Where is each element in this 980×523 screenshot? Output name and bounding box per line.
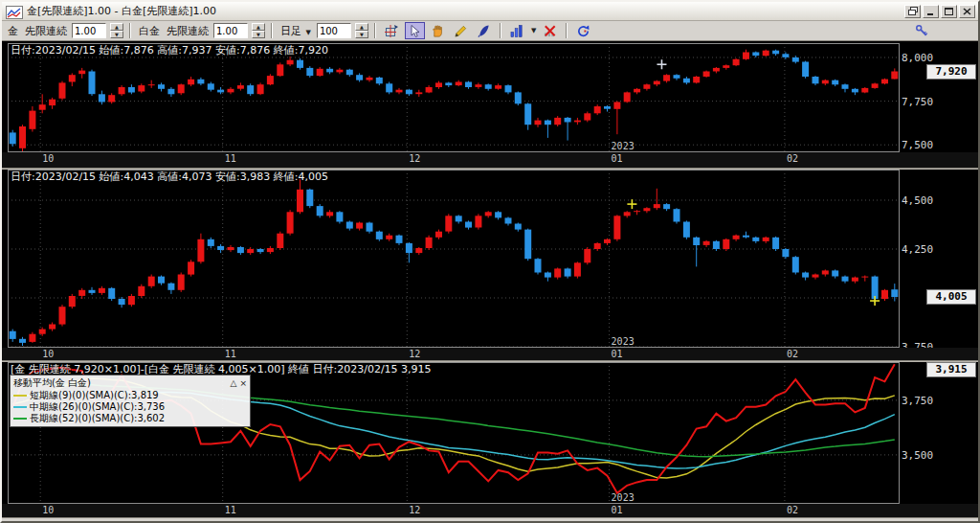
legend-item: 長期線(52)(0)(SMA)(C):3,602 [13,413,247,424]
chart-region: 2023 日付:2023/02/15 始値:7,876 高値:7,937 安値:… [2,41,978,517]
toolbar-separator [374,23,376,38]
gold-last-price-badge: 7,920 [926,64,976,80]
title-bar: 金[先限連続]1.00 - 白金[先限連続]1.00 [2,2,978,21]
close-button[interactable] [959,5,975,18]
settings-wrench-button[interactable] [912,22,932,39]
month-label: 01 [612,349,623,359]
axis-tick-label: 3,750 [902,395,933,407]
axis-tick-label: 3,500 [902,449,933,462]
legend-line-swatch [13,418,27,420]
app-chart-icon [6,5,23,18]
month-label: 01 [612,505,623,515]
platinum-ohlc-header: 日付:2023/02/15 始値:4,043 高値:4,073 安値:3,983… [11,170,328,184]
platinum-price-axis: 4,5004,2503,7504,005 [900,170,976,348]
axis-tick-label: 7,750 [902,96,933,108]
toolbar-separator [271,23,273,38]
month-label: 11 [225,505,236,515]
month-label: 12 [409,153,420,164]
axis-tick-label: 4,500 [902,194,933,207]
platinum-ratio-spinner[interactable]: ▲▼ [252,23,265,38]
spread-last-price-badge: 3,915 [926,362,976,377]
gold-ratio-spinner[interactable]: ▲▼ [110,23,123,38]
month-label: 02 [787,153,798,164]
window-title: 金[先限連続]1.00 - 白金[先限連続]1.00 [27,4,904,18]
legend-line-swatch [13,406,27,408]
platinum-last-price-badge: 4,005 [926,289,976,305]
platinum-time-axis: 1011120102 [2,348,978,360]
gold-ohlc-header: 日付:2023/02/15 始値:7,876 高値:7,937 安値:7,876… [11,43,328,57]
chart-window: 金[先限連続]1.00 - 白金[先限連続]1.00 金 先限連続 ▲▼ [0,0,980,523]
bar-count-spinner[interactable]: ▲▼ [355,23,368,38]
month-label: 02 [787,349,798,359]
gold-symbol-label: 金 [8,24,18,38]
legend-line-swatch [13,395,27,397]
axis-tick-label: 4,250 [902,243,933,256]
axis-tick-label: 7,500 [902,139,933,151]
month-label: 10 [42,349,54,359]
platinum-series-label: 先限連続 [167,24,209,38]
gold-series-label: 先限連続 [25,24,67,38]
toolbar-separator [566,23,568,38]
chevron-down-icon: ▼ [306,29,311,36]
pencil-draw-tool-button[interactable] [451,22,471,39]
month-label: 11 [225,153,236,164]
gold-time-axis: 1011120102 [2,152,978,168]
minimize-button[interactable] [923,5,939,18]
platinum-symbol-label: 白金 [139,24,160,38]
svg-text:2023: 2023 [612,492,635,503]
month-label: 01 [612,153,623,164]
remove-indicator-button[interactable] [540,22,560,39]
platinum-candlestick-plot[interactable]: 2023 日付:2023/02/15 始値:4,043 高値:4,073 安値:… [8,170,900,348]
cascade-windows-button[interactable] [904,5,921,18]
month-label: 10 [42,153,54,164]
spread-price-axis: 3,7503,5003,2503,915 [900,362,976,504]
platinum-chart-canvas: 2023 [8,170,900,348]
spread-time-axis: 1011120102 [2,504,978,517]
toolbar-separator [129,23,131,38]
window-bottom-frame [2,517,978,521]
gold-candlestick-plot[interactable]: 2023 日付:2023/02/15 始値:7,876 高値:7,937 安値:… [8,43,900,152]
timeframe-dropdown[interactable]: 日足 ▼ [280,24,312,38]
platinum-ratio-input[interactable] [213,23,248,38]
pen-annotate-tool-button[interactable] [474,22,494,39]
refresh-button[interactable] [573,22,593,39]
axis-tick-label: 8,000 [902,52,933,64]
gold-chart-canvas: 2023 [8,43,900,152]
bar-count-input[interactable] [317,23,351,38]
data-cursor-tool-button[interactable] [382,22,402,39]
legend-close-icon[interactable]: × [239,378,247,388]
gold-price-axis: 8,0007,7507,5007,920 [900,43,976,152]
month-label: 12 [409,505,420,515]
legend-title: 移動平均(金 白金) [13,376,228,390]
toolbar-separator [500,23,501,38]
month-label: 11 [225,349,236,359]
chart-type-dropdown-arrow[interactable]: ▼ [531,27,536,34]
spread-line-plot[interactable]: 2023 [金 先限連続 7,920×1.00]-[白金 先限連続 4,005×… [8,362,900,504]
chart-type-button[interactable] [507,22,527,39]
month-label: 02 [787,505,798,515]
maximize-button[interactable] [941,5,957,18]
month-label: 10 [42,505,54,515]
legend-item-label: 長期線(52)(0)(SMA)(C):3,602 [30,412,165,425]
svg-text:2023: 2023 [612,141,635,151]
month-label: 12 [409,349,420,359]
legend-collapse-icon[interactable]: △ [231,378,237,388]
moving-average-legend[interactable]: 移動平均(金 白金) △ × 短期線(9)(0)(SMA)(C):3,819中期… [10,375,251,427]
svg-text:2023: 2023 [612,336,635,347]
select-arrow-tool-button[interactable] [405,22,425,39]
toolbar: 金 先限連続 ▲▼ 白金 先限連続 ▲▼ 日足 ▼ ▲▼ [2,21,978,41]
gold-ratio-input[interactable] [72,23,106,38]
pan-hand-tool-button[interactable] [428,22,448,39]
